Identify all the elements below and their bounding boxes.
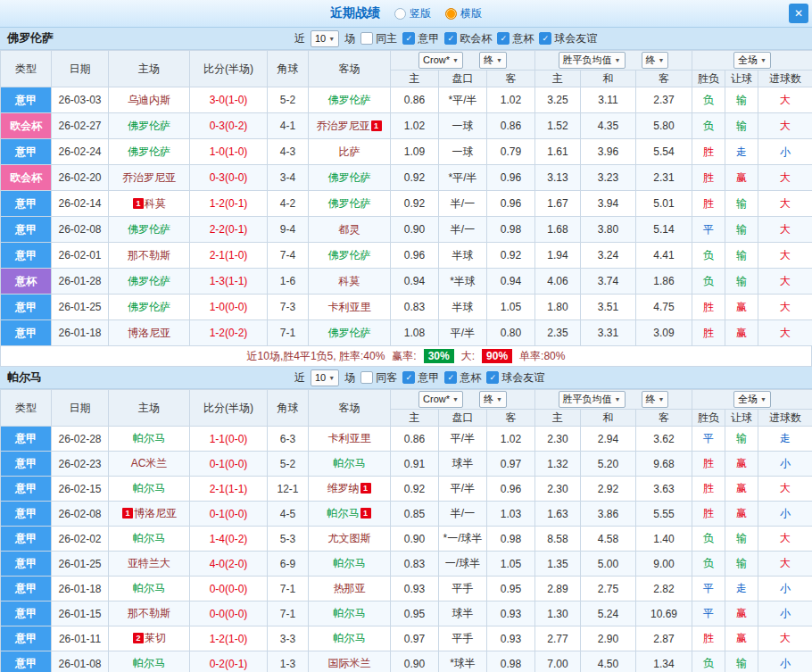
score-cell: 1-2(1-0)	[190, 626, 268, 651]
chevron-down-icon: ▼	[760, 396, 766, 402]
avg-home-cell: 3.13	[535, 165, 581, 191]
avg-home-cell: 1.94	[535, 243, 581, 269]
filter-league-checkbox[interactable]: ✓意杯	[497, 31, 534, 46]
avg-away-cell: 3.09	[636, 320, 692, 346]
avg-type-select[interactable]: 胜平负均值 ▼	[559, 52, 626, 69]
scope-select[interactable]: 全场 ▼	[733, 391, 771, 408]
match-count-select[interactable]: 10 ▼	[311, 369, 339, 386]
avg-home-cell: 1.63	[535, 502, 581, 527]
team-name-text: 帕尔马	[133, 532, 165, 544]
odds-provider-select[interactable]: Crow* ▼	[418, 52, 463, 69]
match-date: 26-02-24	[52, 139, 109, 165]
match-date: 26-02-23	[52, 452, 109, 477]
team-name-text: 都灵	[339, 223, 360, 236]
radio-horizontal-layout[interactable]: 横版	[445, 6, 482, 21]
home-odds-cell: 0.92	[391, 477, 439, 502]
league-badge: 意甲	[1, 427, 52, 452]
team-name-text: 国际米兰	[328, 657, 371, 669]
odds-provider-select[interactable]: Crow* ▼	[418, 391, 463, 408]
away-odds-cell: 0.98	[487, 651, 535, 672]
filter-league-checkbox[interactable]: ✓欧会杯	[444, 31, 492, 46]
select-value: 终	[484, 54, 493, 67]
checkbox-checked-icon: ✓	[539, 32, 551, 45]
avg-stage-select[interactable]: 终 ▼	[642, 52, 669, 69]
col-away: 客场	[309, 390, 391, 427]
home-odds-cell: 0.86	[391, 427, 439, 452]
team-name-text: 帕尔马	[133, 582, 165, 594]
radio-vertical-layout[interactable]: 竖版	[394, 6, 431, 21]
avg-stage-select[interactable]: 终 ▼	[642, 391, 669, 408]
avg-away-cell: 2.82	[636, 577, 692, 601]
league-badge: 意甲	[1, 477, 52, 502]
goals-result-cell: 大	[758, 527, 812, 552]
filter-same-venue-checkbox[interactable]: 同主	[360, 31, 397, 46]
avg-draw-cell: 5.24	[581, 601, 636, 626]
scope-group-header: 全场 ▼	[692, 51, 812, 71]
col-corner: 角球	[268, 51, 309, 87]
handicap-result-cell: 输	[725, 527, 758, 552]
goals-result-cell: 大	[758, 477, 812, 502]
handicap-result-cell: 赢	[725, 626, 758, 651]
scope-select[interactable]: 全场 ▼	[733, 52, 771, 69]
avg-draw-cell: 3.96	[581, 139, 636, 165]
radio-unselected-icon	[394, 8, 406, 20]
corner-cell: 7-3	[268, 295, 309, 320]
filter-league-checkbox[interactable]: ✓球会友谊	[539, 31, 597, 46]
league-badge: 意甲	[1, 577, 52, 601]
score-cell: 2-2(0-1)	[190, 217, 268, 243]
handicap-cell: 平/半	[439, 320, 487, 346]
close-button[interactable]: ✕	[789, 4, 808, 23]
score-cell: 0-0(0-0)	[190, 601, 268, 626]
corner-cell: 5-3	[268, 527, 309, 552]
match-date: 26-02-01	[52, 243, 109, 269]
checkbox-label: 球会友谊	[501, 370, 544, 386]
match-row: 意甲26-01-18博洛尼亚1-2(0-2)7-1佛罗伦萨1.08平/半0.80…	[1, 320, 812, 346]
away-odds-cell: 0.98	[487, 527, 535, 552]
home-team-cell: 乔治罗尼亚	[109, 165, 190, 191]
team-name-text: 科莫	[145, 197, 166, 210]
filter-same-venue-checkbox[interactable]: 同客	[360, 370, 397, 386]
avg-away-cell: 2.87	[636, 626, 692, 651]
col-odds-away: 客	[487, 71, 535, 87]
col-avg-away: 客	[636, 71, 692, 87]
handicap-result-cell: 输	[725, 427, 758, 452]
away-team-cell: 帕尔马	[309, 452, 391, 477]
league-badge: 意甲	[1, 217, 52, 243]
team-name-text: 佛罗伦萨	[128, 145, 170, 158]
avg-home-cell: 3.25	[535, 87, 581, 113]
handicap-cell: 一球	[439, 113, 487, 139]
team-name-text: 博洛尼亚	[134, 507, 177, 519]
avg-type-select[interactable]: 胜平负均值 ▼	[559, 391, 626, 408]
league-badge: 意甲	[1, 320, 52, 346]
match-date: 26-01-18	[52, 577, 109, 601]
odds-stage-select[interactable]: 终 ▼	[479, 52, 507, 69]
team-name-text: 热那亚	[334, 582, 366, 594]
avg-home-cell: 2.30	[535, 477, 581, 502]
avg-away-cell: 5.54	[636, 139, 692, 165]
result-cell: 胜	[692, 139, 725, 165]
result-cell: 负	[692, 552, 725, 577]
checkbox-label: 球会友谊	[554, 31, 597, 46]
odds-stage-select[interactable]: 终 ▼	[479, 391, 507, 408]
handicap-cell: 半球	[439, 295, 487, 320]
team-name-text: 科莫	[339, 275, 360, 287]
col-corner: 角球	[268, 390, 309, 427]
match-row: 意杯26-01-28佛罗伦萨1-3(1-1)1-6科莫0.94*半球0.944.…	[1, 269, 812, 295]
away-odds-cell: 0.95	[487, 577, 535, 601]
away-team-cell: 尤文图斯	[309, 527, 391, 552]
filter-league-checkbox[interactable]: ✓球会友谊	[486, 370, 544, 386]
handicap-result-cell: 赢	[725, 477, 758, 502]
checkbox-unchecked-icon	[360, 32, 373, 45]
home-team-cell: 佛罗伦萨	[109, 269, 190, 295]
match-count-select[interactable]: 10 ▼	[311, 30, 339, 47]
filter-league-checkbox[interactable]: ✓意甲	[402, 31, 439, 46]
filter-league-checkbox[interactable]: ✓意杯	[444, 370, 481, 386]
team-name-text: 维罗纳	[327, 482, 360, 494]
filter-league-checkbox[interactable]: ✓意甲	[402, 370, 439, 386]
score-cell: 2-1(1-0)	[190, 243, 268, 269]
checkbox-label: 意杯	[512, 31, 534, 46]
avg-home-cell: 2.30	[535, 427, 581, 452]
recent-matches-table: 类型 日期 主场 比分(半场) 角球 客场 Crow* ▼ 终 ▼	[0, 50, 812, 346]
corner-cell: 7-1	[268, 601, 309, 626]
avg-away-cell: 5.55	[636, 502, 692, 527]
